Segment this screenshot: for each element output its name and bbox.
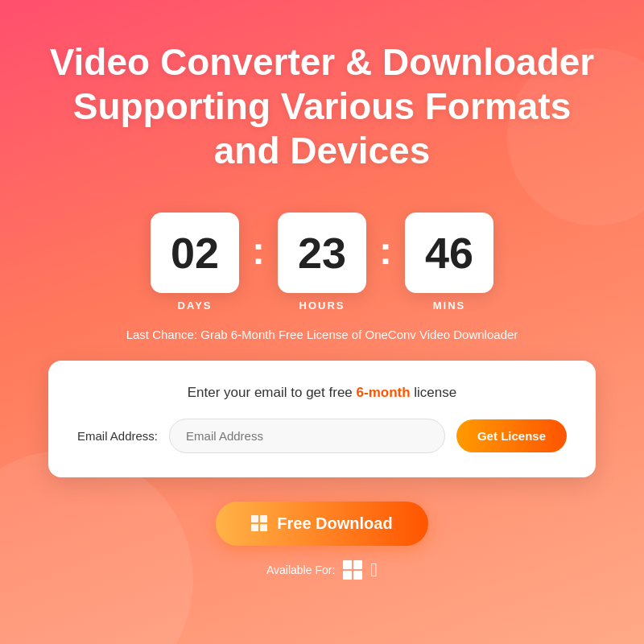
separator-2: : — [379, 229, 392, 273]
get-license-button[interactable]: Get License — [456, 419, 567, 452]
available-for-text: Available For: — [266, 564, 335, 576]
card-title-suffix: license — [411, 385, 457, 400]
page-wrapper: Video Converter & Downloader Supporting … — [0, 0, 644, 644]
email-label: Email Address: — [77, 429, 158, 443]
hours-box: 23 — [278, 213, 366, 293]
available-for-row: Available For:  — [266, 560, 378, 580]
days-box: 02 — [151, 213, 239, 293]
mins-label: MINS — [433, 299, 466, 312]
days-label: DAYS — [178, 299, 213, 312]
page-title: Video Converter & Downloader Supporting … — [48, 40, 596, 174]
email-card-title: Enter your email to get free 6-month lic… — [77, 385, 567, 401]
hours-unit: 23 HOURS — [278, 213, 366, 312]
windows-platform-icon — [343, 560, 362, 580]
email-input[interactable] — [169, 419, 445, 453]
separator-1: : — [252, 229, 265, 273]
bg-decoration-1 — [0, 451, 193, 644]
days-unit: 02 DAYS — [151, 213, 239, 312]
mins-unit: 46 MINS — [405, 213, 493, 312]
mins-box: 46 — [405, 213, 493, 293]
windows-icon — [251, 515, 267, 531]
card-title-highlight: 6-month — [357, 385, 411, 400]
card-title-prefix: Enter your email to get free — [188, 385, 357, 400]
mac-platform-icon:  — [370, 560, 378, 580]
free-download-label: Free Download — [277, 514, 392, 533]
last-chance-text: Last Chance: Grab 6-Month Free License o… — [126, 328, 518, 341]
hours-label: HOURS — [299, 299, 345, 312]
email-card: Enter your email to get free 6-month lic… — [48, 361, 596, 477]
free-download-button[interactable]: Free Download — [216, 502, 427, 546]
email-row: Email Address: Get License — [77, 419, 567, 453]
countdown-row: 02 DAYS : 23 HOURS : 46 MINS — [151, 213, 493, 312]
